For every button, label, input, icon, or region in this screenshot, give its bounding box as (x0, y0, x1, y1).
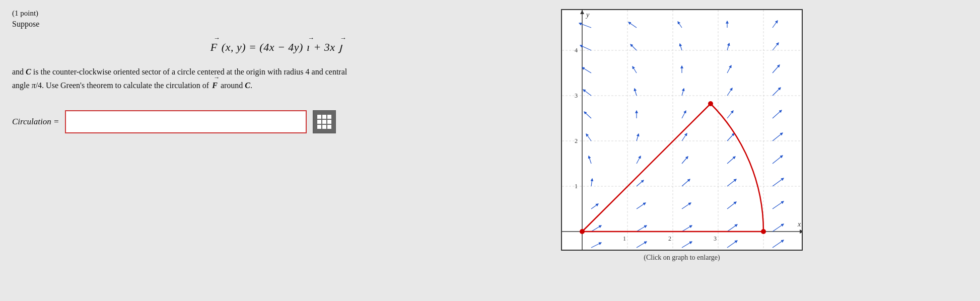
svg-text:4: 4 (575, 47, 578, 54)
svg-rect-0 (562, 10, 803, 251)
svg-text:3: 3 (714, 235, 717, 242)
circulation-input[interactable] (65, 110, 307, 133)
svg-text:1: 1 (575, 183, 578, 190)
content-area: (1 point) Suppose → F (x, y) = (4x − 4y)… (12, 9, 541, 292)
svg-point-82 (708, 101, 713, 106)
graph-caption: (Click on graph to enlarge) (644, 254, 720, 262)
circulation-label: Circulation = (12, 117, 59, 127)
keypad-icon (317, 115, 331, 129)
points-label: (1 point) (12, 9, 541, 18)
formula-block: → F (x, y) = (4x − 4y) → ı + 3x → ȷ (12, 41, 541, 54)
svg-text:1: 1 (623, 235, 626, 242)
svg-text:2: 2 (575, 137, 578, 144)
page-container: (1 point) Suppose → F (x, y) = (4x − 4y)… (0, 0, 980, 301)
description-text: and C is the counter-clockwise oriented … (12, 65, 496, 92)
svg-text:3: 3 (575, 92, 578, 99)
svg-point-80 (580, 229, 585, 234)
svg-text:2: 2 (668, 235, 671, 242)
graph-area: x y 1 2 3 1 2 3 4 (561, 9, 803, 292)
graph-svg: x y 1 2 3 1 2 3 4 (562, 10, 803, 251)
grid-button[interactable] (313, 110, 336, 133)
svg-text:y: y (585, 11, 590, 19)
svg-point-81 (761, 229, 766, 234)
svg-text:x: x (797, 220, 801, 228)
vector-field-graph[interactable]: x y 1 2 3 1 2 3 4 (561, 9, 803, 251)
circulation-row: Circulation = (12, 110, 541, 133)
suppose-label: Suppose (12, 20, 541, 29)
